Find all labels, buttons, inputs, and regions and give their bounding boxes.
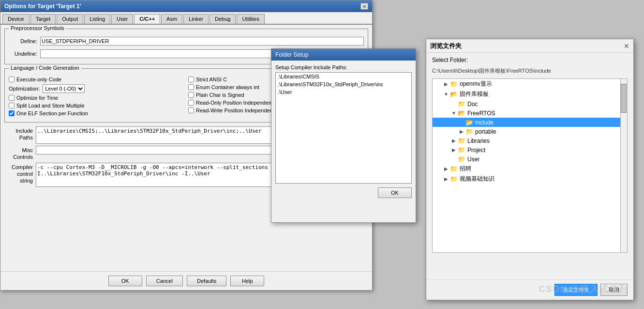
split-load-check[interactable] [9, 103, 15, 108]
browse-folder-dialog: 浏览文件夹 ✕ Select Folder: C:\Users\li\Deskt… [426, 39, 634, 300]
tree-item-label: Doc [467, 101, 478, 108]
one-elf-row: One ELF Section per Function [9, 110, 184, 116]
tab-listing[interactable]: Listing [84, 14, 110, 24]
arrow-icon: ▶ [442, 176, 450, 182]
tree-item-firmware[interactable]: ▼ 📂 固件库模板 [433, 89, 627, 99]
folder-icon: 📂 [465, 119, 473, 126]
tab-user[interactable]: User [111, 14, 133, 24]
language-label: Language / Code Generation [9, 65, 81, 71]
defaults-button[interactable]: Defaults [187, 276, 226, 286]
folder-setup-title: Folder Setup [275, 51, 309, 58]
tree-item-freertos[interactable]: ▼ 📂 FreeRTOS [433, 108, 627, 118]
one-elf-check[interactable] [9, 110, 15, 116]
browse-close-button[interactable]: ✕ [624, 42, 629, 50]
folder-icon: 📂 [458, 109, 465, 117]
tree-item-include[interactable]: 📂 include [433, 118, 627, 127]
tab-linker[interactable]: Linker [183, 14, 209, 24]
tree-item-openmv[interactable]: ▶ 📁 openmv显示 [433, 79, 627, 89]
opt-label: Optimization: [9, 86, 40, 92]
folder-icon: 📁 [458, 100, 465, 108]
ro-pos-label: Read-Only Position Independent [196, 100, 273, 106]
exec-only-check[interactable] [9, 77, 15, 82]
cancel-button[interactable]: Cancel [146, 276, 183, 286]
rw-pos-check[interactable] [188, 108, 194, 113]
rw-pos-label: Read-Write Position Independent [196, 108, 274, 113]
opt-row: Optimization: Level 0 (-O0) [9, 84, 184, 93]
tree-item-libraries[interactable]: ▶ 📁 Libraries [433, 136, 627, 145]
ok-button[interactable]: OK [108, 276, 142, 286]
tree-item-user[interactable]: 📁 User [433, 154, 627, 164]
browse-current-path: C:\Users\li\Desktop\固件库模板\FreeRTOS\inclu… [432, 67, 628, 75]
compiler-control-label: Compilercontrolstring [4, 163, 36, 185]
main-close-button[interactable]: ✕ [360, 3, 368, 10]
define-input[interactable] [40, 37, 364, 46]
browse-folder-titlebar: 浏览文件夹 ✕ [426, 39, 633, 53]
strict-ansi-label: Strict ANSI C [196, 77, 227, 82]
main-titlebar: Options for Target 'Target 1' ✕ [0, 0, 372, 12]
opt-time-label: Optimize for Time [16, 95, 58, 101]
folder-icon: 📁 [458, 155, 465, 163]
enum-cont-label: Enum Container always int [196, 84, 259, 90]
browse-folder-title: 浏览文件夹 [430, 42, 462, 50]
preprocessor-label: Preprocessor Symbols [9, 25, 66, 31]
split-load-label: Split Load and Store Multiple [16, 103, 85, 108]
folder-icon: 📁 [458, 146, 465, 154]
folder-setup-buttons: OK [275, 187, 412, 198]
tree-item-label: 招聘 [460, 165, 471, 173]
arrow-icon: ▶ [458, 129, 465, 134]
tree-item-label: 视频基础知识 [460, 175, 494, 183]
tab-utilities[interactable]: Utilities [237, 14, 264, 24]
help-button[interactable]: Help [230, 276, 264, 286]
main-title: Options for Target 'Target 1' [4, 3, 81, 10]
scrollbar[interactable] [620, 79, 627, 252]
enum-cont-check[interactable] [188, 84, 194, 90]
browse-buttons-row: 选定文件夹 取消 [426, 279, 633, 300]
main-buttons-row: OK Cancel Defaults Help [0, 271, 372, 290]
tree-item-label: FreeRTOS [467, 110, 495, 117]
list-item[interactable]: .\Libraries\CMSIS [276, 73, 411, 80]
tab-asm[interactable]: Asm [161, 14, 182, 24]
arrow-icon: ▼ [450, 110, 458, 116]
tree-item-project[interactable]: ▶ 📁 Project [433, 145, 627, 154]
include-paths-label: IncludePaths [4, 126, 36, 141]
scroll-thumb[interactable] [621, 84, 627, 113]
tree-item-label: Project [467, 147, 485, 154]
tree-item-recruit[interactable]: ▶ 📁 招聘 [433, 164, 627, 174]
tab-debug[interactable]: Debug [210, 14, 236, 24]
folder-setup-titlebar: Folder Setup [271, 49, 416, 61]
folder-ok-button[interactable]: OK [378, 187, 412, 198]
browse-cancel-button[interactable]: 取消 [600, 284, 628, 296]
strict-ansi-check[interactable] [188, 77, 194, 82]
list-item[interactable]: .\Libraries\STM32F10x_StdPeriph_Driver\i… [276, 80, 411, 88]
folder-icon: 📂 [450, 91, 458, 98]
tab-bar: Device Target Output Listing User C/C++ … [0, 12, 372, 25]
col-left: Execute-only Code Optimization: Level 0 … [9, 77, 184, 118]
tab-device[interactable]: Device [2, 14, 30, 24]
misc-controls-label: MiscControls [4, 146, 36, 161]
tree-item-label: openmv显示 [460, 80, 492, 88]
opt-time-row: Optimize for Time [9, 95, 184, 101]
arrow-icon: ▶ [442, 81, 450, 87]
tree-item-label: User [467, 156, 479, 163]
tree-item-portable[interactable]: ▶ 📁 portable [433, 127, 627, 136]
folder-icon: 📁 [465, 128, 473, 135]
arrow-icon: ▼ [442, 92, 450, 97]
exec-only-row: Execute-only Code [9, 77, 184, 82]
tab-cpp[interactable]: C/C++ [134, 14, 160, 24]
opt-time-check[interactable] [9, 95, 15, 101]
browse-folder-content: Select Folder: C:\Users\li\Desktop\固件库模板… [426, 53, 633, 257]
plain-char-check[interactable] [188, 92, 194, 98]
split-load-row: Split Load and Store Multiple [9, 103, 184, 108]
define-label: Define: [9, 38, 40, 44]
ro-pos-check[interactable] [188, 100, 194, 106]
list-item[interactable]: .\User [276, 88, 411, 96]
tree-item-doc[interactable]: 📁 Doc [433, 99, 627, 108]
tab-output[interactable]: Output [57, 14, 83, 24]
tree-item-label: 固件库模板 [460, 90, 489, 98]
browse-confirm-button[interactable]: 选定文件夹 [554, 284, 598, 296]
tree-item-video[interactable]: ▶ 📁 视频基础知识 [433, 174, 627, 184]
undefine-label: Undefine: [9, 51, 40, 57]
tab-target[interactable]: Target [30, 14, 56, 24]
opt-select[interactable]: Level 0 (-O0) [43, 84, 85, 93]
browse-tree[interactable]: ▶ 📁 openmv显示 ▼ 📂 固件库模板 📁 Doc ▼ 📂 FreeRTO… [432, 78, 628, 253]
